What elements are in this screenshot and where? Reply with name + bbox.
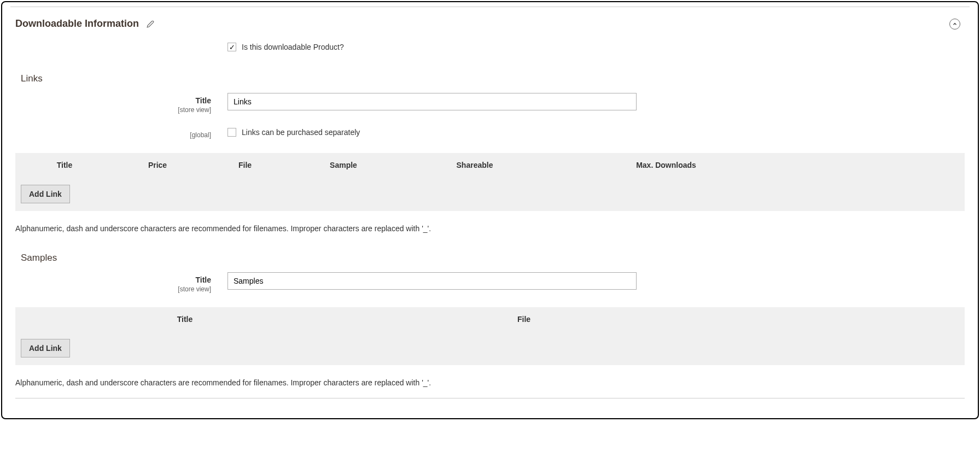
samples-title-label: Title — [15, 275, 211, 284]
links-purchased-row: [global] Links can be purchased separate… — [15, 128, 965, 139]
links-title-row: Title [store view] — [15, 93, 965, 114]
samples-title-label-col: Title [store view] — [15, 272, 228, 293]
links-col-sample: Sample — [289, 161, 398, 169]
is-downloadable-label: Is this downloadable Product? — [242, 43, 344, 51]
links-col-title: Title — [15, 161, 114, 169]
links-title-input-col — [228, 93, 637, 110]
links-table-header: Title Price File Sample Shareable Max. D… — [15, 153, 965, 177]
samples-table-body: Add Link — [15, 331, 965, 365]
is-downloadable-checkbox[interactable] — [228, 43, 236, 51]
links-purchased-separately-checkbox[interactable] — [228, 128, 236, 137]
samples-title-row: Title [store view] — [15, 272, 965, 293]
section-header: Downloadable Information — [2, 7, 978, 43]
links-section-title: Links — [21, 73, 965, 84]
links-col-shareable: Shareable — [398, 161, 551, 169]
add-link-button[interactable]: Add Link — [21, 185, 70, 203]
links-col-max-downloads: Max. Downloads — [551, 161, 781, 169]
links-title-input[interactable] — [228, 93, 637, 110]
samples-title-input[interactable] — [228, 272, 637, 290]
links-purchased-input-col: Links can be purchased separately — [228, 128, 637, 137]
links-title-label-col: Title [store view] — [15, 93, 228, 114]
links-purchased-scope: [global] — [15, 131, 211, 139]
section-content: Is this downloadable Product? Links Titl… — [2, 43, 978, 418]
samples-section-title: Samples — [21, 253, 965, 263]
links-title-scope: [store view] — [15, 106, 211, 114]
samples-col-file: File — [354, 315, 693, 324]
links-purchased-scope-col: [global] — [15, 128, 228, 139]
links-table-body: Add Link — [15, 177, 965, 211]
samples-title-scope: [store view] — [15, 285, 211, 293]
add-sample-button[interactable]: Add Link — [21, 339, 70, 357]
samples-table-header: Title File — [15, 307, 965, 331]
samples-table: Title File Add Link — [15, 307, 965, 365]
links-purchased-separately-label: Links can be purchased separately — [242, 128, 360, 137]
section-title: Downloadable Information — [15, 18, 139, 30]
links-filename-note: Alphanumeric, dash and underscore charac… — [15, 224, 965, 233]
samples-filename-note: Alphanumeric, dash and underscore charac… — [15, 378, 965, 387]
section-title-wrap: Downloadable Information — [15, 18, 154, 30]
samples-title-input-col — [228, 272, 637, 290]
bottom-divider — [15, 398, 965, 398]
links-col-price: Price — [114, 161, 201, 169]
edit-icon[interactable] — [147, 20, 154, 28]
links-col-file: File — [201, 161, 289, 169]
downloadable-info-panel: Downloadable Information Is this downloa… — [1, 1, 979, 419]
is-downloadable-row: Is this downloadable Product? — [228, 43, 965, 51]
links-table: Title Price File Sample Shareable Max. D… — [15, 153, 965, 211]
links-title-label: Title — [15, 96, 211, 105]
collapse-toggle-button[interactable] — [949, 19, 960, 30]
samples-col-title: Title — [15, 315, 354, 324]
